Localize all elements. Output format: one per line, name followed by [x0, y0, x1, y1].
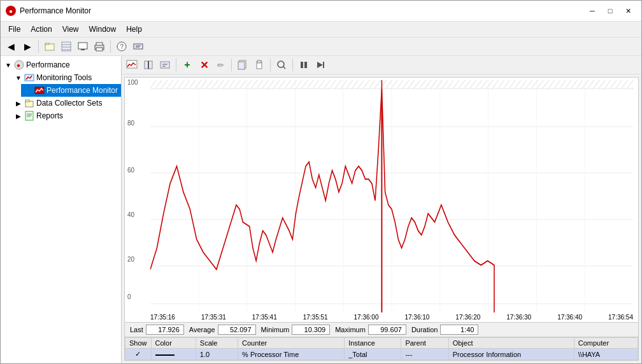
highlight-button[interactable]: ✏: [213, 57, 228, 73]
svg-rect-39: [304, 62, 307, 68]
minimize-button[interactable]: ─: [584, 4, 601, 17]
reports-icon: [24, 111, 35, 121]
x-axis: 17:35:16 17:35:31 17:35:41 17:35:51 17:3…: [125, 312, 638, 322]
color-line-indicator: [155, 354, 175, 356]
stats-bar: Last 17.926 Average 52.097 Minimum 10.30…: [125, 322, 638, 337]
x-label-5: 17:36:10: [404, 314, 429, 321]
perf-monitor-icon: [34, 85, 45, 95]
toolbar-btn-monitor[interactable]: [75, 39, 90, 54]
freeze-display-button[interactable]: [141, 57, 156, 73]
chart-container: 100 80 60 40 20 0: [125, 78, 638, 312]
toolbar-btn-folder[interactable]: [42, 39, 57, 54]
pause-button[interactable]: [296, 57, 311, 73]
x-label-1: 17:35:31: [201, 314, 226, 321]
zoom-button[interactable]: [274, 57, 289, 73]
monitoring-icon: [24, 73, 35, 83]
data-collector-label: Data Collector Sets: [36, 99, 102, 108]
maximum-value: 99.607: [368, 325, 406, 335]
main-window: ● Performance Monitor ─ □ ✕ File Action …: [0, 0, 642, 364]
y-label-60: 60: [127, 167, 134, 174]
svg-rect-22: [25, 111, 33, 120]
counter-computer: \\HAYA: [574, 349, 638, 360]
table-header-row: Show Color Scale Counter Instance Parent…: [125, 338, 638, 349]
col-object: Object: [448, 338, 574, 349]
y-label-80: 80: [127, 120, 134, 127]
average-value: 52.097: [218, 325, 256, 335]
x-label-3: 17:35:51: [303, 314, 328, 321]
reports-label: Reports: [36, 111, 63, 120]
col-show: Show: [125, 338, 152, 349]
sidebar-item-reports[interactable]: ▶ Reports: [11, 109, 121, 122]
properties-button[interactable]: [157, 57, 173, 73]
x-label-2: 17:35:41: [252, 314, 277, 321]
chart-line: [150, 89, 494, 312]
counter-color: [151, 349, 196, 360]
sidebar-item-monitoring-tools[interactable]: ▼ Monitoring Tools: [11, 71, 121, 84]
x-label-0: 17:35:16: [150, 314, 175, 321]
menu-action[interactable]: Action: [25, 23, 57, 36]
counter-instance: _Total: [345, 349, 401, 360]
col-computer: Computer: [574, 338, 638, 349]
tree-toggle-perf-monitor: [24, 85, 34, 95]
col-instance: Instance: [345, 338, 401, 349]
col-parent: Parent: [401, 338, 448, 349]
counter-scale: 1.0: [196, 349, 238, 360]
svg-rect-38: [301, 62, 303, 68]
tree-toggle-performance[interactable]: ▼: [3, 60, 13, 70]
stat-average: Average 52.097: [189, 325, 256, 335]
tree-toggle-monitoring[interactable]: ▼: [13, 73, 24, 83]
close-button[interactable]: ✕: [620, 4, 636, 17]
x-label-9: 17:36:54: [608, 314, 633, 321]
y-label-40: 40: [127, 211, 134, 218]
chart-type-button[interactable]: [124, 57, 139, 73]
y-label-0: 0: [127, 293, 131, 300]
table-row[interactable]: ✓ 1.0 % Processor Time _Total --- Proces…: [125, 349, 638, 360]
minimum-label: Minimum: [261, 326, 290, 333]
svg-rect-7: [81, 49, 85, 50]
menu-window[interactable]: Window: [84, 23, 122, 36]
counter-show[interactable]: ✓: [125, 349, 152, 360]
data-collector-icon: [24, 98, 35, 108]
menu-view[interactable]: View: [57, 23, 84, 36]
toolbar-btn-list[interactable]: [59, 39, 74, 54]
paste-counter-button[interactable]: [252, 57, 267, 73]
counter-table-section: Show Color Scale Counter Instance Parent…: [125, 337, 638, 360]
x-label-8: 17:36:40: [557, 314, 582, 321]
col-color: Color: [151, 338, 196, 349]
svg-rect-21: [25, 100, 29, 102]
tree-toggle-data[interactable]: ▶: [13, 98, 24, 108]
add-counter-button[interactable]: +: [180, 57, 195, 73]
graph-toolbar: + ✕ ✏: [122, 56, 641, 74]
sidebar-item-perf-monitor[interactable]: Performance Monitor: [21, 84, 121, 97]
delete-counter-button[interactable]: ✕: [196, 57, 211, 73]
title-bar: ● Performance Monitor ─ □ ✕: [1, 1, 641, 22]
maximize-button[interactable]: □: [602, 4, 618, 17]
col-scale: Scale: [196, 338, 238, 349]
main-content: ▼ ● Performance ▼ Monit: [1, 56, 641, 363]
next-frame-button[interactable]: [313, 57, 328, 73]
stat-duration: Duration 1:40: [411, 325, 479, 335]
perf-monitor-label: Performance Monitor: [46, 86, 118, 95]
back-button[interactable]: ◀: [3, 39, 18, 54]
average-label: Average: [189, 326, 215, 333]
toolbar-btn-properties[interactable]: [131, 39, 146, 54]
copy-properties-button[interactable]: [235, 57, 250, 73]
window-title: Performance Monitor: [20, 6, 91, 15]
sidebar-item-data-collector[interactable]: ▶ Data Collector Sets: [11, 97, 121, 109]
performance-chart: [150, 80, 633, 312]
menu-file[interactable]: File: [3, 23, 25, 36]
tree-toggle-reports[interactable]: ▶: [13, 111, 24, 121]
svg-rect-10: [96, 48, 103, 51]
toolbar-btn-help[interactable]: ?: [114, 39, 129, 54]
svg-text:●: ●: [17, 62, 20, 69]
last-label: Last: [130, 326, 143, 333]
title-bar-left: ● Performance Monitor: [6, 6, 91, 16]
counter-parent: ---: [401, 349, 448, 360]
menu-help[interactable]: Help: [121, 23, 147, 36]
sidebar-item-performance[interactable]: ▼ ● Performance: [1, 59, 121, 71]
svg-rect-1: [45, 43, 49, 45]
forward-button[interactable]: ▶: [20, 39, 35, 54]
window-controls: ─ □ ✕: [584, 4, 636, 17]
toolbar-btn-print[interactable]: [92, 39, 107, 54]
svg-rect-13: [134, 44, 143, 49]
